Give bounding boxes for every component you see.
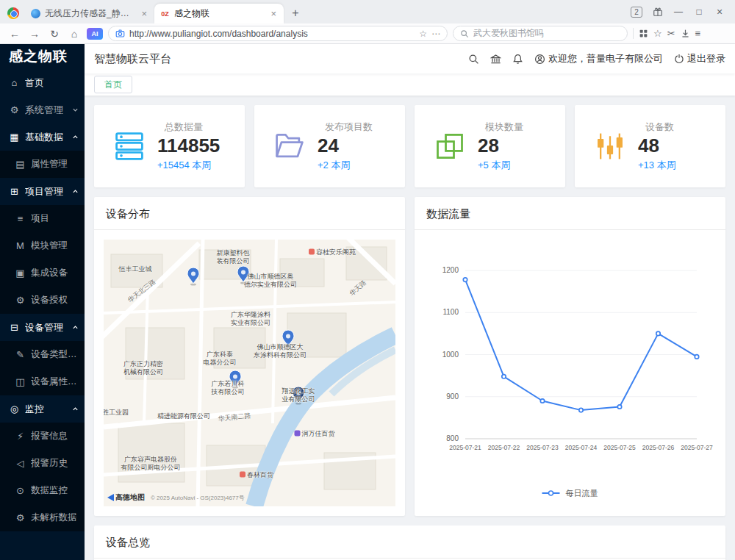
scissors-screenshot-icon[interactable]: ✂ [667,29,675,38]
sidebar-item-integrated-devices[interactable]: ▣集成设备 [0,259,85,287]
sidebar-item-alarm-info[interactable]: ⚡报警信息 [0,423,85,450]
sidebar-item-alarm-history[interactable]: ◁报警历史 [0,450,85,477]
camera-scan-icon[interactable] [115,29,125,38]
y-axis-tick: 800 [446,434,459,442]
sidebar-item-monitoring[interactable]: ◎监控 [0,395,85,423]
tab-close-icon[interactable]: × [269,9,278,18]
bolt-icon: ⚡ [15,431,26,442]
sidebar-menu: ⌂首页⚙系统管理▦基础数据▤属性管理⊞项目管理≡项目M模块管理▣集成设备⚙设备授… [0,69,85,531]
forward-icon[interactable]: → [27,29,42,39]
data-flow-panel: 数据流量 8009001000110012002025-07-212025-07… [415,197,725,516]
sidebar-item-label: 未解析数据 [31,511,77,524]
sidebar-item-module-mgmt[interactable]: M模块管理 [0,232,85,259]
device-overview-panel: 设备总览 [94,525,725,560]
sidebar-item-device-mgmt[interactable]: ⊟设备管理 [0,314,85,341]
download-icon[interactable] [681,29,690,38]
menu-icon[interactable]: ≡ [695,29,701,38]
sidebar-item-label: 项目 [31,212,49,225]
new-tab-button[interactable]: + [287,4,304,22]
browser-logo-icon[interactable] [7,7,19,19]
bookmark-star-icon[interactable]: ☆ [419,29,427,38]
stat-card-devices: 设备数 48 +13 本周 [575,105,725,187]
logout-button[interactable]: 退出登录 [674,52,725,65]
browser-window: 无线压力传感器_静力水准仪 × 0Z 感之物联 × + 2 — □ × ← → … [0,0,735,560]
search-box[interactable]: 武大爱秋图书馆吗 [453,26,628,41]
browser-tab-1[interactable]: 无线压力传感器_静力水准仪 × [25,4,154,24]
tab-close-icon[interactable]: × [140,9,148,18]
legend-label[interactable]: 每日流量 [566,489,598,498]
sidebar-item-data-monitor[interactable]: ⊙数据监控 [0,477,85,504]
ai-assistant-button[interactable]: AI [87,28,103,40]
app-frame: 感之物联 ⌂首页⚙系统管理▦基础数据▤属性管理⊞项目管理≡项目M模块管理▣集成设… [0,44,735,560]
platform-title: 智慧物联云平台 [94,52,171,66]
amap-logo: 高德地图 [107,492,145,503]
home-icon[interactable]: ⌂ [67,29,82,39]
app-logo[interactable]: 感之物联 [0,44,85,69]
header-search-icon[interactable] [468,54,479,65]
main-area: 智慧物联云平台 [85,44,735,560]
map-copyright: © 2025 AutoNavi - GS(2023)4677号 [151,494,245,502]
sidebar-item-device-type-mgmt[interactable]: ✎设备类型管理 [0,341,85,368]
sidebar-item-label: 项目管理 [25,185,63,198]
stat-delta: +2 本周 [318,159,373,172]
stat-value: 28 [478,135,523,157]
reload-icon[interactable]: ↻ [47,29,62,39]
flow-chart: 8009001000110012002025-07-212025-07-2220… [424,240,716,506]
sidebar-item-system-mgmt[interactable]: ⚙系统管理 [0,96,85,123]
page-tab-home[interactable]: 首页 [94,76,132,93]
stat-delta: +13 本周 [638,159,676,172]
browser-tab-2[interactable]: 0Z 感之物联 × [154,4,284,24]
search-suggestion-text[interactable]: 武大爱秋图书馆吗 [473,27,544,40]
stat-value: 114855 [157,135,220,157]
stat-delta: +15454 本周 [157,159,220,172]
tab-count-badge[interactable]: 2 [631,7,642,18]
panels-row: 设备分布 [94,197,725,516]
sidebar-item-attribute-mgmt[interactable]: ▤属性管理 [0,151,85,178]
url-text[interactable]: http://www.puliangiot.com/dashboard/anal… [129,29,415,39]
data-point [579,408,583,412]
organization-icon[interactable] [490,54,501,65]
apps-grid-icon[interactable] [639,29,648,38]
top-header: 智慧物联云平台 [85,44,735,73]
sidebar-item-basic-data[interactable]: ▦基础数据 [0,123,85,151]
document-icon: ▤ [15,159,26,170]
header-actions: 欢迎您，普量电子有限公司 退出登录 [468,52,725,65]
sidebar-item-device-attr-bind[interactable]: ◫设备属性绑定 [0,368,85,395]
favorites-icon[interactable]: ☆ [653,29,662,38]
home-icon: ⌂ [9,77,20,88]
sidebar-item-unparsed-data[interactable]: ⚙未解析数据 [0,504,85,531]
sidebar-item-label: 属性管理 [31,158,68,170]
close-button[interactable]: × [714,6,725,18]
dashboard-content: 总数据量 114855 +15454 本周 发布项目数 [85,96,735,560]
back-icon[interactable]: ← [7,29,22,39]
monitor-icon: ◎ [9,403,20,414]
pencil-icon: ✎ [15,349,26,360]
sidebar-item-project-mgmt[interactable]: ⊞项目管理 [0,178,85,205]
x-axis-tick: 2025-07-25 [603,444,636,451]
user-icon [534,54,545,65]
more-options-icon[interactable]: ⋯ [431,29,440,38]
minimize-button[interactable]: — [673,7,684,17]
sidebar-item-label: 设备管理 [25,321,63,334]
sidebar-item-home[interactable]: ⌂首页 [0,69,85,96]
sidebar-item-label: 报警信息 [31,430,68,442]
shield-icon: ⊙ [15,485,26,496]
sidebar-item-label: 设备授权 [31,294,68,306]
gift-icon[interactable] [653,7,663,17]
letter-m-icon: M [15,240,26,251]
modules-icon [434,130,466,162]
sidebar-item-device-auth[interactable]: ⚙设备授权 [0,287,85,314]
gear-icon: ⚙ [15,295,26,306]
map-tiles[interactable] [104,240,395,506]
url-field[interactable]: http://www.puliangiot.com/dashboard/anal… [108,26,448,41]
map-canvas[interactable]: 新康塑料包装有限公司容桂安乐阁苑恒丰工业城佛山市顺德区奥德尔实业有限公司华天北三… [104,240,395,506]
sidebar-item-projects[interactable]: ≡项目 [0,205,85,232]
chevron-up-icon [72,188,79,195]
tab-favicon-icon [31,9,40,18]
x-axis-tick: 2025-07-22 [488,444,520,451]
bell-icon[interactable] [512,54,523,65]
maximize-button[interactable]: □ [694,7,704,17]
database-icon [113,130,146,162]
link-icon: ◫ [15,376,26,387]
sidebar-item-label: 集成设备 [31,267,68,279]
